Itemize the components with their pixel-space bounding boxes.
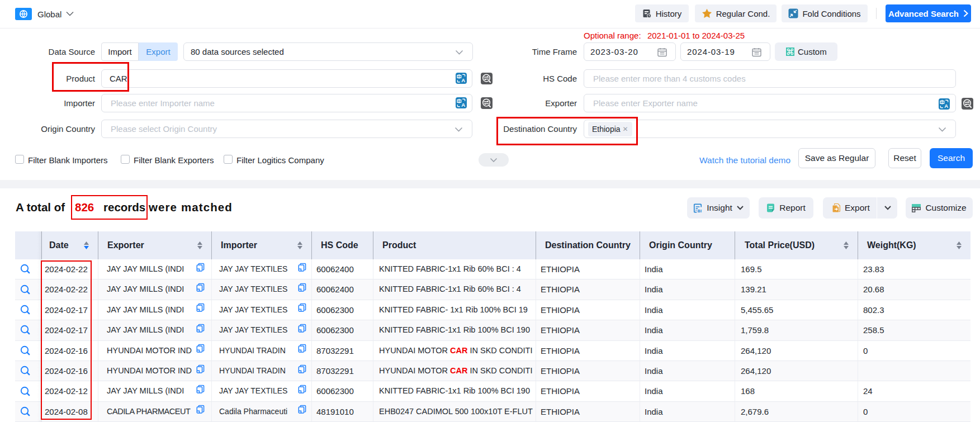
- svg-text:BI: BI: [698, 208, 702, 212]
- svg-text:A: A: [944, 103, 948, 109]
- svg-text:A: A: [461, 102, 465, 108]
- svg-text:A: A: [461, 77, 465, 83]
